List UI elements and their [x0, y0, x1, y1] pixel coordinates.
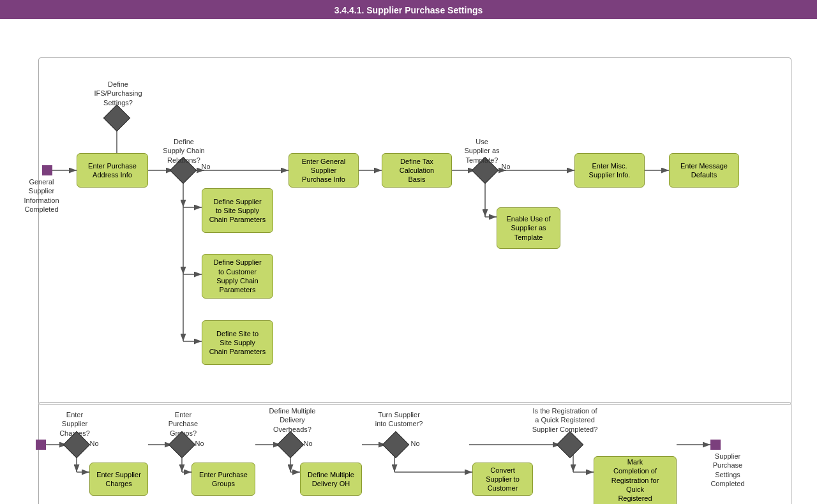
use-template-label: UseSupplier asTemplate?	[453, 137, 511, 165]
title-bar: 3.4.4.1. Supplier Purchase Settings	[0, 0, 817, 19]
diamond-ifs-shape	[103, 105, 130, 131]
supplier-purchase-completed-label: SupplierPurchaseSettingsCompleted	[702, 452, 753, 488]
turn-supplier-q-label: Turn Supplierinto Customer?	[373, 410, 424, 429]
diamond-turn-supplier-shape	[382, 431, 409, 458]
no-label-1: No	[198, 162, 214, 171]
node-enter-purchase-groups[interactable]: Enter PurchaseGroups	[191, 463, 255, 496]
node-define-tax[interactable]: Define TaxCalculationBasis	[382, 153, 452, 188]
node-enter-general-supplier[interactable]: Enter GeneralSupplierPurchase Info	[289, 153, 359, 188]
no-label-6: No	[407, 439, 423, 448]
node-enter-message[interactable]: Enter MessageDefaults	[669, 153, 739, 188]
diagram-area: GeneralSupplierInformationCompleted Defi…	[0, 19, 817, 504]
node-mark-completion[interactable]: MarkCompletion ofRegistration forQuickRe…	[594, 456, 677, 504]
no-label-3: No	[86, 439, 102, 448]
title-text: 3.4.4.1. Supplier Purchase Settings	[334, 5, 483, 15]
define-multiple-q-label: Define MultipleDeliveryOverheads?	[267, 406, 318, 434]
node-define-supplier-site[interactable]: Define Supplierto Site SupplyChain Param…	[202, 188, 273, 233]
diamond-ifs	[107, 108, 126, 128]
end-square-bottom	[710, 440, 721, 450]
diamond-registration	[560, 435, 580, 454]
top-section-border	[38, 57, 791, 405]
node-enter-supplier-charges[interactable]: Enter SupplierCharges	[89, 463, 148, 496]
no-label-5: No	[300, 439, 316, 448]
diamond-registration-shape	[557, 431, 583, 458]
is-registration-label: Is the Registration ofa Quick Registered…	[530, 406, 600, 434]
node-convert-supplier[interactable]: ConvertSupplier toCustomer	[472, 463, 533, 496]
node-enter-purchase-address[interactable]: Enter PurchaseAddress Info	[77, 153, 148, 188]
node-enable-template[interactable]: Enable Use ofSupplier asTemplate	[497, 207, 560, 249]
node-define-site-site[interactable]: Define Site toSite SupplyChain Parameter…	[202, 320, 273, 365]
define-ifs-label: DefineIFS/PurchasingSettings?	[89, 80, 147, 107]
no-label-2: No	[498, 162, 514, 171]
diamond-charges	[67, 435, 86, 454]
no-label-4: No	[191, 439, 207, 448]
start-square-bottom	[36, 440, 46, 450]
node-define-multiple-delivery[interactable]: Define MultipleDelivery OH	[300, 463, 362, 496]
diamond-turn-supplier	[386, 435, 405, 454]
diamond-multiple	[281, 435, 300, 454]
node-define-supplier-customer[interactable]: Define Supplierto CustomerSupply ChainPa…	[202, 254, 273, 299]
general-supplier-label: GeneralSupplierInformationCompleted	[19, 177, 64, 214]
node-enter-misc[interactable]: Enter Misc.Supplier Info.	[574, 153, 645, 188]
diamond-groups	[172, 435, 191, 454]
define-supply-chain-label: DefineSupply ChainRelations?	[158, 137, 209, 165]
start-square-top	[42, 165, 52, 175]
